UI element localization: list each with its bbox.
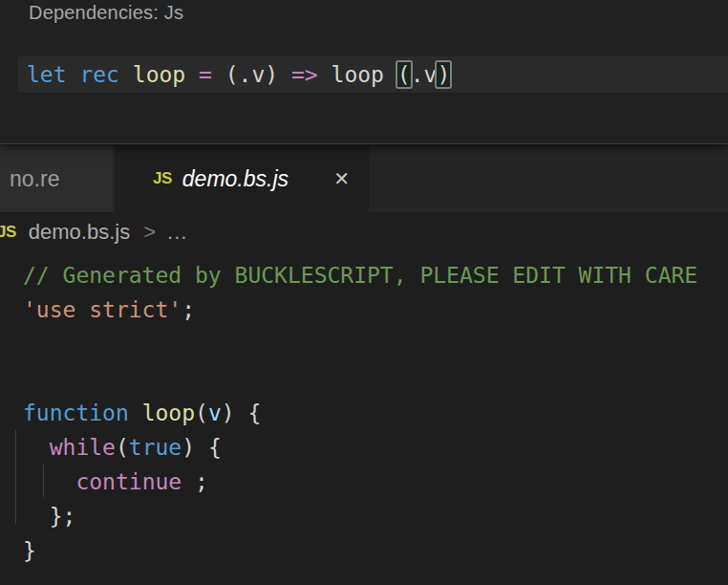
code-token: };	[23, 504, 75, 529]
code-line: };	[0, 499, 728, 533]
hover-code-line: let rec loop = (.v) => loop (.v)	[17, 56, 728, 93]
code-token: loop	[133, 62, 185, 87]
code-token: while	[50, 435, 116, 460]
code-token: (	[397, 62, 411, 87]
code-token: true	[129, 435, 182, 460]
indent-guide	[15, 430, 16, 524]
code-token: )	[437, 62, 450, 87]
hover-dependencies-label: Dependencies: Js	[29, 2, 183, 24]
code-token: (	[116, 435, 129, 460]
code-token: v	[208, 401, 222, 425]
code-token: function	[23, 401, 129, 425]
code-lines: // Generated by BUCKLESCRIPT, PLEASE EDI…	[0, 252, 728, 568]
hover-panel: Dependencies: Js let rec loop = (.v) => …	[0, 0, 728, 144]
chevron-right-icon: >	[143, 220, 156, 245]
indent-guide	[43, 465, 44, 497]
code-line: continue ;	[0, 465, 728, 499]
editor-code-area[interactable]: // Generated by BUCKLESCRIPT, PLEASE EDI…	[0, 252, 728, 585]
code-line	[0, 327, 728, 361]
code-token: ) {	[182, 435, 222, 460]
tab-label: demo.bs.js	[182, 166, 289, 192]
breadcrumb-item-symbol[interactable]: ...	[167, 220, 187, 245]
javascript-file-icon: JS	[153, 169, 172, 188]
close-tab-icon[interactable]: ✕	[333, 167, 350, 190]
code-token: continue	[75, 469, 182, 494]
code-token: // Generated by BUCKLESCRIPT, PLEASE EDI…	[23, 263, 697, 288]
code-token	[23, 435, 50, 460]
code-line: while(true) {	[0, 430, 728, 465]
code-token: }	[23, 538, 36, 563]
code-line: }	[0, 533, 728, 568]
hover-code-block: let rec loop = (.v) => loop (.v)	[17, 56, 728, 93]
code-token: ;	[182, 297, 195, 322]
code-token: =>	[291, 62, 318, 87]
code-token: =	[199, 62, 212, 87]
code-token: (	[195, 401, 208, 425]
tab-demo-bs-js[interactable]: JS demo.bs.js ✕	[115, 145, 369, 212]
breadcrumb: JS demo.bs.js > ...	[0, 212, 728, 252]
vscode-window: Dependencies: Js let rec loop = (.v) => …	[0, 0, 728, 585]
code-token: ) {	[222, 401, 262, 425]
javascript-file-icon: JS	[0, 223, 16, 242]
code-token	[67, 62, 80, 87]
code-token: let	[27, 62, 67, 87]
code-line: function loop(v) {	[0, 396, 728, 430]
code-token: rec	[79, 62, 119, 87]
tab-demo-re[interactable]: no.re	[0, 145, 113, 212]
code-token: .v	[411, 62, 438, 87]
code-token	[129, 401, 142, 425]
code-token: ;	[182, 469, 208, 494]
code-token	[23, 469, 75, 494]
code-token: 'use strict'	[23, 297, 182, 322]
code-line	[0, 361, 728, 396]
breadcrumb-item-file[interactable]: demo.bs.js	[29, 220, 130, 245]
tab-label: no.re	[10, 166, 59, 192]
code-token	[119, 62, 133, 87]
code-token: (.v)	[212, 62, 291, 87]
code-token: loop	[142, 401, 195, 425]
code-token	[185, 62, 199, 87]
code-token: loop	[318, 62, 397, 87]
code-line: 'use strict';	[0, 292, 728, 327]
tab-bar: no.re JS demo.bs.js ✕	[0, 145, 728, 212]
code-line: // Generated by BUCKLESCRIPT, PLEASE EDI…	[0, 258, 728, 292]
